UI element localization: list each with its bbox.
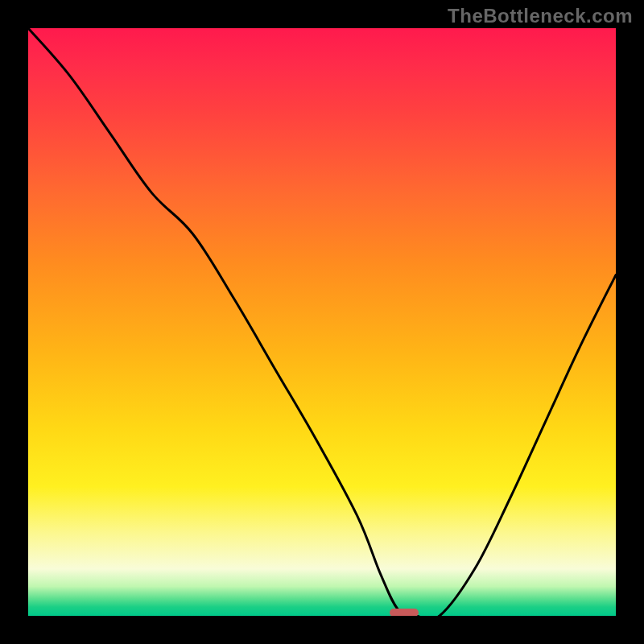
plot-area <box>28 28 616 616</box>
bottleneck-curve <box>28 28 616 616</box>
optimal-marker <box>390 609 419 616</box>
watermark-label: TheBottleneck.com <box>448 5 633 27</box>
chart-frame: TheBottleneck.com <box>0 0 644 644</box>
